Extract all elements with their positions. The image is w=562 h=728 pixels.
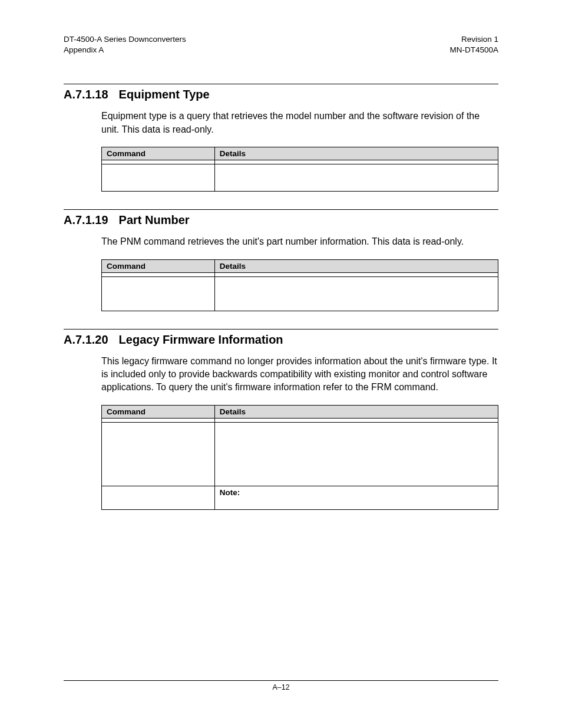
heading-title: Legacy Firmware Information	[119, 333, 283, 346]
body-part-number: The PNM command retrieves the unit's par…	[101, 235, 498, 248]
th-details: Details	[214, 147, 498, 160]
heading-number: A.7.1.20	[64, 333, 108, 347]
cell-details	[214, 422, 498, 486]
cell-command	[102, 164, 215, 192]
cell-details	[214, 272, 498, 276]
table-row	[102, 272, 498, 276]
table-row	[102, 418, 498, 422]
table-row	[102, 276, 498, 311]
page-number: A–12	[272, 683, 289, 691]
cell-command	[102, 418, 215, 422]
table-legacy-firmware: Command Details Note:	[101, 405, 498, 510]
note-label: Note:	[220, 488, 240, 497]
th-command: Command	[102, 147, 215, 160]
header-left-line1: DT-4500-A Series Downconverters	[64, 34, 186, 45]
cell-command	[102, 422, 215, 486]
section-rule	[64, 209, 498, 210]
section-rule	[64, 84, 498, 84]
cell-details: Note:	[214, 486, 498, 509]
table-row	[102, 164, 498, 192]
table-header-row: Command Details	[102, 405, 498, 418]
heading-equipment-type: A.7.1.18Equipment Type	[64, 88, 498, 101]
table-row	[102, 422, 498, 486]
header-left-line2: Appendix A	[64, 45, 186, 55]
table-part-number: Command Details	[101, 259, 498, 311]
cell-command	[102, 272, 215, 276]
table-header-row: Command Details	[102, 147, 498, 160]
th-command: Command	[102, 259, 215, 272]
table-equipment-type: Command Details	[101, 147, 498, 192]
th-details: Details	[214, 259, 498, 272]
cell-details	[214, 164, 498, 192]
section-rule	[64, 329, 498, 330]
table-row: Note:	[102, 486, 498, 509]
cell-details	[214, 276, 498, 311]
cell-command	[102, 160, 215, 164]
cell-command	[102, 276, 215, 311]
th-details: Details	[214, 405, 498, 418]
cell-details	[214, 160, 498, 164]
running-header: DT-4500-A Series Downconverters Appendix…	[64, 34, 498, 55]
th-command: Command	[102, 405, 215, 418]
header-right-line2: MN-DT4500A	[449, 45, 498, 55]
table-header-row: Command Details	[102, 259, 498, 272]
heading-title: Part Number	[119, 213, 190, 226]
cell-details	[214, 418, 498, 422]
heading-legacy-firmware: A.7.1.20Legacy Firmware Information	[64, 333, 498, 347]
header-right-line1: Revision 1	[449, 34, 498, 45]
cell-command	[102, 486, 215, 509]
table-row	[102, 160, 498, 164]
body-legacy-firmware: This legacy firmware command no longer p…	[101, 355, 498, 394]
body-equipment-type: Equipment type is a query that retrieves…	[101, 110, 498, 136]
heading-number: A.7.1.18	[64, 88, 108, 101]
page-footer: A–12	[64, 680, 498, 691]
heading-number: A.7.1.19	[64, 213, 108, 227]
heading-title: Equipment Type	[119, 88, 210, 101]
heading-part-number: A.7.1.19Part Number	[64, 213, 498, 227]
